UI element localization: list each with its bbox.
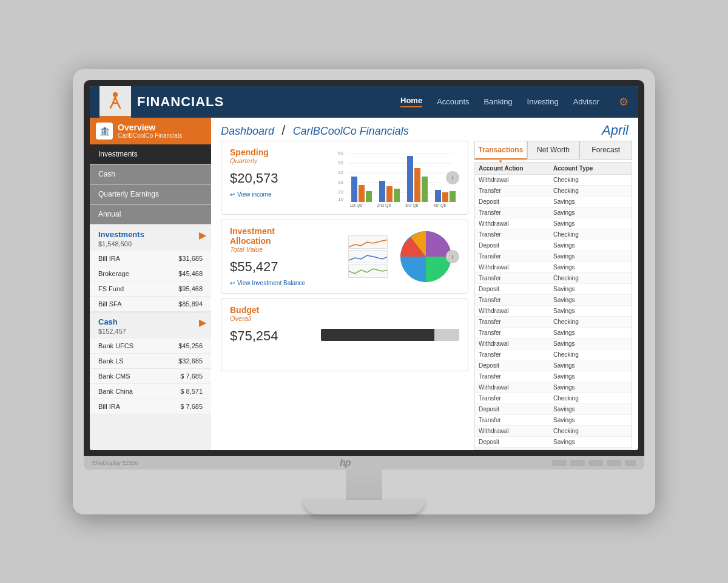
month-label: April <box>602 123 629 138</box>
transaction-row[interactable]: Transfer Savings <box>475 251 632 262</box>
sidebar-header: 🏦 Overview CarlBCoolCo Financials <box>90 118 211 144</box>
transaction-row[interactable]: Transfer Savings <box>475 328 632 339</box>
investment-amount: $55,427 <box>230 259 315 275</box>
transaction-row[interactable]: Withdrawal Savings <box>475 262 632 273</box>
transaction-row[interactable]: Transfer Checking <box>475 349 632 360</box>
transaction-row[interactable]: Transfer Checking <box>475 317 632 328</box>
budget-bar-used <box>321 329 434 341</box>
monitor-btn-2[interactable] <box>570 460 585 466</box>
trans-type: Checking <box>553 275 628 281</box>
transaction-row[interactable]: Transfer Checking <box>475 273 632 284</box>
sidebar-nav-investments[interactable]: Investments <box>90 144 211 164</box>
spending-next-icon[interactable]: › <box>446 171 459 184</box>
svg-text:20: 20 <box>338 189 343 195</box>
app-wrapper: FINANCIALS Home Accounts Banking Investi… <box>90 86 638 450</box>
trans-action: Transfer <box>479 395 553 402</box>
right-panel: Dashboard / CarlBCoolCo Financials April <box>211 118 638 450</box>
hp-logo: hp <box>340 457 351 468</box>
transaction-row[interactable]: Deposit Savings <box>475 197 632 207</box>
transactions-table: Account Action Account Type Withdrawal C… <box>474 162 632 450</box>
transaction-row[interactable]: Transfer Checking <box>475 393 632 404</box>
budget-bar-container <box>321 305 459 365</box>
investment-next-icon[interactable]: › <box>446 250 459 263</box>
cash-section-amount: $152,457 <box>90 328 211 339</box>
investment-row-1[interactable]: Brokerage $45,468 <box>90 266 211 281</box>
tab-net-worth[interactable]: Net Worth <box>527 141 580 160</box>
svg-rect-13 <box>351 177 357 202</box>
transaction-row[interactable]: Deposit Savings <box>475 360 632 371</box>
trans-action: Transfer <box>479 329 553 336</box>
cash-row-1[interactable]: Bank LS $32,685 <box>90 354 211 369</box>
transaction-row[interactable]: Deposit Savings <box>475 437 632 448</box>
cash-row-2[interactable]: Bank CMS $ 7,685 <box>90 369 211 384</box>
nav-links: Home Accounts Banking Investing Advisor … <box>400 95 629 109</box>
monitor-btn-4[interactable] <box>607 460 621 466</box>
app-title: FINANCIALS <box>137 94 224 110</box>
transaction-row[interactable]: Transfer Savings <box>475 448 632 450</box>
trans-type: Savings <box>553 220 628 227</box>
tab-transactions[interactable]: Transactions <box>474 141 527 160</box>
spending-widget-left: Spending Quarterly $20,573 ↩ View income <box>230 147 315 208</box>
tab-forecast[interactable]: Forecast <box>579 141 632 160</box>
transaction-row[interactable]: Deposit Savings <box>475 240 632 251</box>
investment-row-2[interactable]: FS Fund $95,468 <box>90 281 211 297</box>
cash-row-3[interactable]: Bank China $ 8,571 <box>90 384 211 399</box>
trans-type: Savings <box>553 362 628 369</box>
investment-link[interactable]: ↩ View Investment Balance <box>230 280 315 286</box>
mini-line-charts <box>348 235 388 278</box>
svg-text:50: 50 <box>338 160 343 166</box>
sidebar-nav-cash[interactable]: Cash <box>90 164 211 184</box>
trans-action: Withdrawal <box>479 340 553 347</box>
trans-type: Savings <box>553 264 628 271</box>
transaction-row[interactable]: Withdrawal Checking <box>475 426 632 437</box>
svg-text:10: 10 <box>338 197 343 202</box>
transaction-row[interactable]: Transfer Checking <box>475 186 632 197</box>
investment-title: Investment Allocation <box>230 226 315 246</box>
cash-row-4[interactable]: Bill IRA $ 7,685 <box>90 399 211 414</box>
trans-type: Checking <box>553 187 628 194</box>
transactions-rows: Withdrawal Checking Transfer Checking De… <box>475 175 632 450</box>
monitor-power-btn[interactable] <box>625 460 636 466</box>
transaction-row[interactable]: Withdrawal Savings <box>475 306 632 317</box>
trans-type: Savings <box>553 417 628 423</box>
svg-text:60: 60 <box>338 150 343 156</box>
nav-accounts[interactable]: Accounts <box>437 97 469 106</box>
header-account-type: Account Type <box>553 165 628 172</box>
trans-action: Withdrawal <box>479 220 553 227</box>
transactions-panel: Transactions Net Worth Forecast Account … <box>474 141 632 450</box>
transaction-row[interactable]: Transfer Checking <box>475 229 632 240</box>
transaction-row[interactable]: Transfer Savings <box>475 371 632 382</box>
sidebar-nav-annual[interactable]: Annual <box>90 204 211 224</box>
transaction-row[interactable]: Withdrawal Savings <box>475 218 632 229</box>
nav-banking[interactable]: Banking <box>484 97 513 106</box>
investment-row-3[interactable]: Bill SFA $85,894 <box>90 297 211 312</box>
cash-label-4: Bill IRA <box>98 403 120 410</box>
transaction-row[interactable]: Withdrawal Savings <box>475 382 632 393</box>
nav-investing[interactable]: Investing <box>527 97 559 106</box>
gear-icon[interactable]: ⚙ <box>619 95 629 109</box>
budget-widget: Budget Overall $75,254 <box>221 298 468 371</box>
sidebar-nav-quarterly[interactable]: Quarterly Earnings <box>90 184 211 204</box>
trans-action: Deposit <box>479 439 553 445</box>
svg-rect-18 <box>394 189 400 202</box>
spending-link[interactable]: ↩ View income <box>230 191 315 198</box>
nav-home[interactable]: Home <box>400 96 422 107</box>
transaction-row[interactable]: Transfer Savings <box>475 207 632 218</box>
sidebar: 🏦 Overview CarlBCoolCo Financials Invest… <box>90 118 211 450</box>
transaction-row[interactable]: Withdrawal Savings <box>475 339 632 349</box>
cash-row-0[interactable]: Bank UFCS $45,256 <box>90 339 211 354</box>
trans-action: Transfer <box>479 253 553 260</box>
monitor-btn-1[interactable] <box>552 460 567 466</box>
transaction-row[interactable]: Withdrawal Checking <box>475 175 632 186</box>
transaction-row[interactable]: Deposit Savings <box>475 284 632 295</box>
investment-row-0[interactable]: Bill IRA $31,685 <box>90 251 211 266</box>
trans-type: Savings <box>553 242 628 249</box>
app-logo <box>99 86 131 118</box>
transaction-row[interactable]: Transfer Savings <box>475 295 632 306</box>
investment-widget: Investment Allocation Total Value $55,42… <box>221 220 468 294</box>
transaction-row[interactable]: Deposit Savings <box>475 404 632 415</box>
transaction-row[interactable]: Transfer Savings <box>475 415 632 426</box>
inv-amount-2: $95,468 <box>178 285 203 292</box>
monitor-btn-3[interactable] <box>588 460 603 466</box>
nav-advisor[interactable]: Advisor <box>573 97 599 106</box>
